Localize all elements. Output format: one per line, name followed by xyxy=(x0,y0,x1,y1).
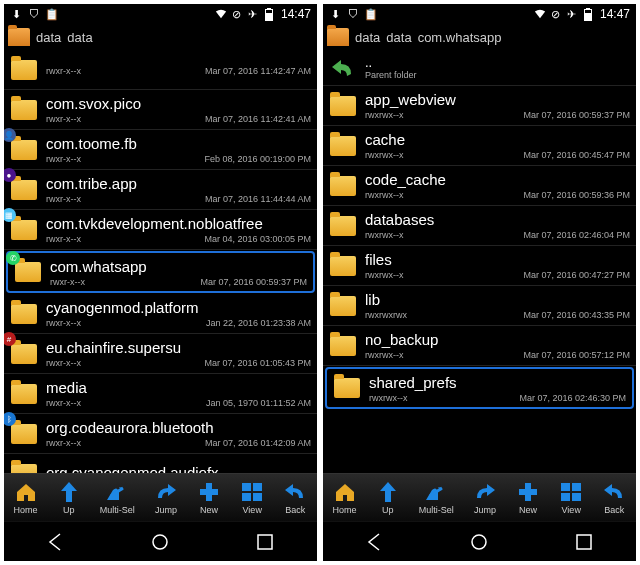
folder-icon: ▦ xyxy=(10,218,38,242)
shield-icon: ⛉ xyxy=(347,8,359,20)
nav-recent[interactable] xyxy=(564,527,604,557)
folder-icon xyxy=(10,382,38,406)
breadcrumb-item[interactable]: data xyxy=(36,30,61,45)
status-notifications: ⬇ ⛉ 📋 xyxy=(329,8,377,20)
file-row[interactable]: ● com.tribe.app rwxr-x--x Mar 07, 2016 1… xyxy=(4,170,317,210)
file-permissions: rwxrwx--x xyxy=(369,393,408,403)
file-row[interactable]: cache rwxrwx--x Mar 07, 2016 00:45:47 PM xyxy=(323,126,636,166)
android-navbar xyxy=(323,521,636,561)
no-sim-icon: ⊘ xyxy=(550,8,562,20)
clock: 14:47 xyxy=(281,7,311,21)
jump-button[interactable]: Jump xyxy=(154,481,178,515)
file-name: media xyxy=(46,379,311,396)
file-name: databases xyxy=(365,211,630,228)
folder-icon xyxy=(333,376,361,400)
file-name: com.whatsapp xyxy=(50,258,307,275)
up-button[interactable]: Up xyxy=(57,481,81,515)
file-name: com.tribe.app xyxy=(46,175,311,192)
svg-rect-19 xyxy=(572,493,581,501)
file-name: eu.chainfire.supersu xyxy=(46,339,311,356)
multisel-button[interactable]: Multi-Sel xyxy=(100,481,135,515)
folder-icon xyxy=(10,462,38,474)
svg-rect-18 xyxy=(561,493,570,501)
file-row[interactable]: files rwxrwx--x Mar 07, 2016 00:47:27 PM xyxy=(323,246,636,286)
file-date: Jan 05, 1970 01:11:52 AM xyxy=(206,398,311,408)
multisel-button[interactable]: Multi-Sel xyxy=(419,481,454,515)
file-row[interactable]: 👤 com.toome.fb rwxr-x--x Feb 08, 2016 00… xyxy=(4,130,317,170)
file-row[interactable]: lib rwxrwxrwx Mar 07, 2016 00:43:35 PM xyxy=(323,286,636,326)
file-row[interactable]: # eu.chainfire.supersu rwxr-x--x Mar 07,… xyxy=(4,334,317,374)
view-button[interactable]: View xyxy=(240,481,264,515)
file-row[interactable]: rwxr-x--x Mar 07, 2016 11:42:47 AM xyxy=(4,50,317,90)
svg-rect-15 xyxy=(519,489,537,495)
file-row[interactable]: databases rwxrwx--x Mar 07, 2016 02:46:0… xyxy=(323,206,636,246)
file-list[interactable]: rwxr-x--x Mar 07, 2016 11:42:47 AM com.s… xyxy=(4,50,317,473)
airplane-icon: ✈ xyxy=(566,8,578,20)
folder-icon xyxy=(329,214,357,238)
nav-back[interactable] xyxy=(355,527,395,557)
breadcrumb-item[interactable]: com.whatsapp xyxy=(418,30,502,45)
nav-back[interactable] xyxy=(36,527,76,557)
nav-home[interactable] xyxy=(140,527,180,557)
file-row[interactable]: com.svox.pico rwxr-x--x Mar 07, 2016 11:… xyxy=(4,90,317,130)
back-button[interactable]: Back xyxy=(602,481,626,515)
file-date: Mar 04, 2016 03:00:05 PM xyxy=(204,234,311,244)
back-icon xyxy=(602,481,626,503)
folder-icon xyxy=(329,174,357,198)
multisel-icon xyxy=(105,481,129,503)
file-name: com.tvkdevelopment.nobloatfree xyxy=(46,215,311,232)
breadcrumb: data data xyxy=(4,24,317,50)
breadcrumb-item[interactable]: data xyxy=(67,30,92,45)
file-row[interactable]: ▦ com.tvkdevelopment.nobloatfree rwxr-x-… xyxy=(4,210,317,250)
up-button[interactable]: Up xyxy=(376,481,400,515)
file-name: cyanogenmod.platform xyxy=(46,299,311,316)
status-bar: ⬇ ⛉ 📋 ⊘ ✈ 14:47 xyxy=(4,4,317,24)
svg-rect-1 xyxy=(267,8,271,10)
file-permissions: rwxrwx--x xyxy=(365,230,404,240)
clipboard-icon: 📋 xyxy=(46,8,58,20)
new-button[interactable]: New xyxy=(197,481,221,515)
folder-icon xyxy=(10,98,38,122)
nav-home[interactable] xyxy=(459,527,499,557)
file-date: Mar 07, 2016 02:46:04 PM xyxy=(523,230,630,240)
file-permissions: rwxr-x--x xyxy=(46,194,81,204)
file-row[interactable]: ᛒ org.codeaurora.bluetooth rwxr-x--x Mar… xyxy=(4,414,317,454)
file-row[interactable]: media rwxr-x--x Jan 05, 1970 01:11:52 AM xyxy=(4,374,317,414)
svg-rect-10 xyxy=(258,535,272,549)
file-date: Mar 07, 2016 11:42:41 AM xyxy=(205,114,311,124)
phone-left: ⬇ ⛉ 📋 ⊘ ✈ 14:47 data data rwxr-x--x Mar … xyxy=(4,4,317,561)
file-date: Mar 07, 2016 02:46:30 PM xyxy=(519,393,626,403)
breadcrumb-item[interactable]: data xyxy=(355,30,380,45)
file-name: com.svox.pico xyxy=(46,95,311,112)
folder-icon xyxy=(329,94,357,118)
home-button[interactable]: Home xyxy=(14,481,38,515)
breadcrumb-item[interactable]: data xyxy=(386,30,411,45)
file-row[interactable]: code_cache rwxrwx--x Mar 07, 2016 00:59:… xyxy=(323,166,636,206)
file-row[interactable]: app_webview rwxrwx--x Mar 07, 2016 00:59… xyxy=(323,86,636,126)
jump-icon xyxy=(154,481,178,503)
file-row[interactable]: shared_prefs rwxrwx--x Mar 07, 2016 02:4… xyxy=(325,367,634,409)
file-row[interactable]: no_backup rwxrwx--x Mar 07, 2016 00:57:1… xyxy=(323,326,636,366)
file-row[interactable]: cyanogenmod.platform rwxr-x--x Jan 22, 2… xyxy=(4,294,317,334)
folder-icon xyxy=(329,334,357,358)
file-row[interactable]: ✆ com.whatsapp rwxr-x--x Mar 07, 2016 00… xyxy=(6,251,315,293)
parent-folder-row[interactable]: .. Parent folder xyxy=(323,50,636,86)
parent-dots: .. xyxy=(365,55,630,70)
view-button[interactable]: View xyxy=(559,481,583,515)
file-permissions: rwxr-x--x xyxy=(50,277,85,287)
file-row[interactable]: org.cyanogenmod.audiofx xyxy=(4,454,317,473)
home-button[interactable]: Home xyxy=(333,481,357,515)
file-list[interactable]: .. Parent folder app_webview rwxrwx--x M… xyxy=(323,50,636,473)
file-name: files xyxy=(365,251,630,268)
phone-right: ⬇ ⛉ 📋 ⊘ ✈ 14:47 data data com.whatsapp .… xyxy=(323,4,636,561)
file-date: Mar 07, 2016 11:42:47 AM xyxy=(205,66,311,76)
nav-recent[interactable] xyxy=(245,527,285,557)
download-icon: ⬇ xyxy=(329,8,341,20)
home-icon xyxy=(333,481,357,503)
file-date: Mar 07, 2016 00:45:47 PM xyxy=(523,150,630,160)
file-permissions: rwxrwx--x xyxy=(365,110,404,120)
jump-button[interactable]: Jump xyxy=(473,481,497,515)
file-name: lib xyxy=(365,291,630,308)
new-button[interactable]: New xyxy=(516,481,540,515)
back-button[interactable]: Back xyxy=(283,481,307,515)
